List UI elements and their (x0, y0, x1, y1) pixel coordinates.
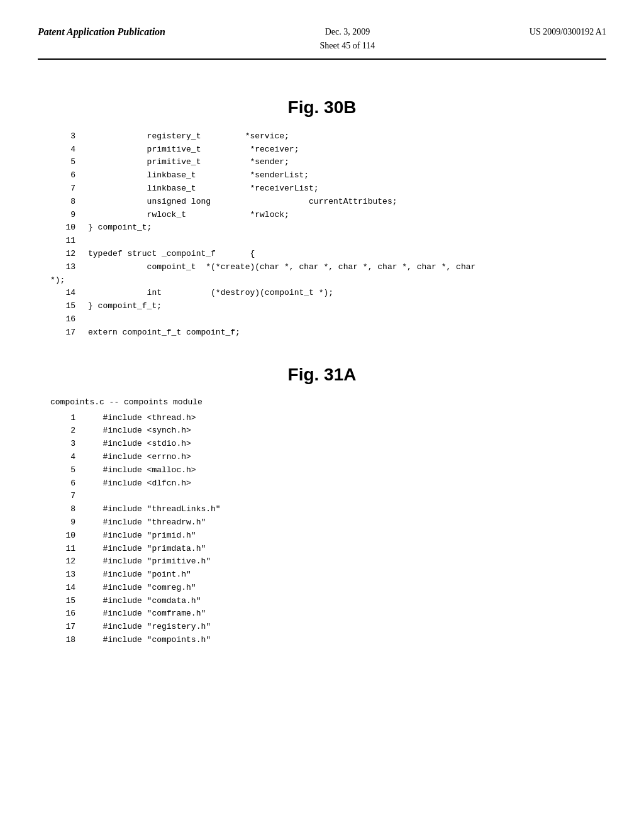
line-content: linkbase_t *senderList; (88, 169, 309, 182)
line-number: 2 (50, 424, 75, 438)
fig31a-module-header: compoints.c -- compoints module (50, 397, 594, 407)
code-line: 8 unsigned long currentAttributes; (50, 196, 594, 209)
line-number: 8 (50, 503, 75, 516)
fig31a-title: Fig. 31A (50, 365, 594, 385)
line-content: #include <synch.h> (88, 424, 191, 438)
line-content: } compoint_t; (88, 221, 152, 235)
line-number: 9 (50, 209, 75, 222)
line-content: int (*destroy)(compoint_t *); (88, 287, 333, 300)
line-number: 12 (50, 248, 75, 261)
code-line: 7 linkbase_t *receiverList; (50, 182, 594, 196)
line-content: #include <dlfcn.h> (88, 477, 191, 490)
line-number: 17 (50, 326, 75, 340)
line-content: #include "primid.h" (88, 529, 196, 543)
line-content: unsigned long currentAttributes; (88, 196, 397, 209)
line-number: 3 (50, 130, 75, 143)
line-number: 5 (50, 156, 75, 169)
code-line: 11 (50, 235, 594, 248)
line-number: 10 (50, 221, 75, 235)
code-line: 1 #include <thread.h> (50, 412, 594, 425)
header-center: Dec. 3, 2009 Sheet 45 of 114 (320, 25, 375, 53)
line-content: #include <errno.h> (88, 451, 191, 464)
line-content: #include "comframe.h" (88, 607, 206, 621)
code-line: 5 #include <malloc.h> (50, 464, 594, 477)
code-line: 14 int (*destroy)(compoint_t *); (50, 287, 594, 300)
code-line: 4 primitive_t *receiver; (50, 143, 594, 157)
code-line: 15} compoint_f_t; (50, 300, 594, 313)
line-number: 16 (50, 607, 75, 621)
line-number: 8 (50, 196, 75, 209)
line-number: 15 (50, 300, 75, 313)
code-line: 10 #include "primid.h" (50, 529, 594, 543)
code-line: 13 #include "point.h" (50, 568, 594, 582)
page-header: Patent Application Publication Dec. 3, 2… (38, 25, 606, 60)
line-number: 17 (50, 621, 75, 634)
line-content: #include <thread.h> (88, 412, 196, 425)
line-number: 14 (50, 582, 75, 595)
line-number: 1 (50, 412, 75, 425)
fig30b-title: Fig. 30B (50, 97, 594, 118)
page: Patent Application Publication Dec. 3, 2… (0, 0, 644, 830)
line-content: #include "point.h" (88, 568, 191, 582)
code-continuation: *); (50, 274, 594, 287)
line-content: } compoint_f_t; (88, 300, 162, 313)
line-number: 15 (50, 595, 75, 608)
fig31a-code: 1 #include <thread.h>2 #include <synch.h… (50, 412, 594, 647)
patent-number: US 2009/0300192 A1 (530, 25, 606, 39)
line-number: 14 (50, 287, 75, 300)
line-content: #include "comdata.h" (88, 595, 201, 608)
code-line: 14 #include "comreg.h" (50, 582, 594, 595)
line-number: 13 (50, 568, 75, 582)
line-content: #include "comreg.h" (88, 582, 196, 595)
line-content: compoint_t *(*create)(char *, char *, ch… (88, 261, 475, 274)
line-content: rwlock_t *rwlock; (88, 209, 289, 222)
line-number: 9 (50, 516, 75, 529)
code-line: 12 #include "primitive.h" (50, 555, 594, 568)
code-line: 2 #include <synch.h> (50, 424, 594, 438)
line-content: registery_t *service; (88, 130, 289, 143)
code-line: 17 #include "registery.h" (50, 621, 594, 634)
line-number: 13 (50, 261, 75, 274)
line-number: 5 (50, 464, 75, 477)
line-content: #include "registery.h" (88, 621, 211, 634)
code-line: 16 #include "comframe.h" (50, 607, 594, 621)
code-line: 13 compoint_t *(*create)(char *, char *,… (50, 261, 594, 274)
line-content: #include "primdata.h" (88, 543, 206, 556)
code-line: 16 (50, 313, 594, 326)
line-number: 16 (50, 313, 75, 326)
code-line: 6 #include <dlfcn.h> (50, 477, 594, 490)
line-number: 11 (50, 235, 75, 248)
line-content: linkbase_t *receiverList; (88, 182, 319, 196)
code-line: 6 linkbase_t *senderList; (50, 169, 594, 182)
code-line: 11 #include "primdata.h" (50, 543, 594, 556)
code-line: 5 primitive_t *sender; (50, 156, 594, 169)
line-number: 12 (50, 555, 75, 568)
line-content: #include <malloc.h> (88, 464, 196, 477)
line-number: 4 (50, 143, 75, 157)
code-line: 4 #include <errno.h> (50, 451, 594, 464)
line-number: 10 (50, 529, 75, 543)
line-content: primitive_t *sender; (88, 156, 289, 169)
code-line: 9 rwlock_t *rwlock; (50, 209, 594, 222)
code-line: 8 #include "threadLinks.h" (50, 503, 594, 516)
code-line: 3 registery_t *service; (50, 130, 594, 143)
main-content: Fig. 30B 3 registery_t *service;4 primit… (38, 97, 606, 647)
line-content: extern compoint_f_t compoint_f; (88, 326, 240, 340)
line-number: 4 (50, 451, 75, 464)
line-content: #include "compoints.h" (88, 634, 211, 647)
line-content: #include "primitive.h" (88, 555, 211, 568)
code-line: 12typedef struct _compoint_f { (50, 248, 594, 261)
line-number: 7 (50, 182, 75, 196)
line-content: #include "threadrw.h" (88, 516, 206, 529)
code-line-content: *); (50, 274, 65, 287)
fig30b-code: 3 registery_t *service;4 primitive_t *re… (50, 130, 594, 340)
code-line: 10} compoint_t; (50, 221, 594, 235)
code-line: 15 #include "comdata.h" (50, 595, 594, 608)
line-number: 7 (50, 490, 75, 503)
line-number: 6 (50, 169, 75, 182)
line-content: primitive_t *receiver; (88, 143, 299, 157)
line-content: typedef struct _compoint_f { (88, 248, 255, 261)
line-number: 6 (50, 477, 75, 490)
line-number: 3 (50, 438, 75, 451)
sheet-info: Sheet 45 of 114 (320, 41, 375, 50)
